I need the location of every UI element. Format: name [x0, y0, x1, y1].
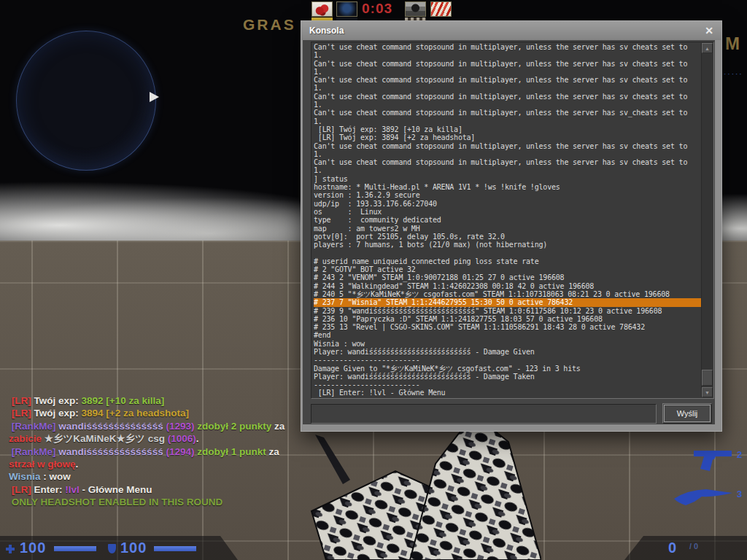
player-avatar	[405, 1, 426, 17]
console-line: players : 7 humans, 1 bots (21/0 max) (n…	[314, 241, 701, 249]
chat-line: [LR] Enter: !lvl - Główne Menu	[9, 483, 322, 496]
console-line: 1.	[314, 101, 701, 109]
console-line: ] status	[314, 175, 701, 183]
console-line: Damage Given to "*乡ツKaMiNeK*乡ツ csgofast.…	[314, 365, 701, 373]
health-value: 100	[20, 540, 46, 556]
console-line: # 237 7 "Wisnia" STEAM_1:1:244627955 15:…	[314, 298, 701, 306]
console-input[interactable]	[311, 404, 657, 424]
console-line: [LR] Twój exp: 3892 [+10 za killa]	[314, 125, 701, 133]
console-line: # 2 "GOTV" BOT active 32	[314, 265, 701, 273]
console-line: #end	[314, 331, 701, 339]
player-avatar	[311, 1, 333, 17]
armor-icon	[108, 544, 116, 553]
game-screen: GRAS M ····· 0:03 [LR] Twój exp: 3892 [+…	[0, 0, 747, 560]
console-line: -------------------------	[314, 381, 701, 389]
player-avatar	[430, 1, 452, 17]
console-line: Can't use cheat command stopsound in mul…	[314, 109, 701, 117]
chat-line: ONLY HEADSHOT ENABLED IN THIS ROUND	[9, 496, 322, 508]
pistol-slot-number: 2	[737, 449, 742, 460]
console-line: Wisnia : wow	[314, 340, 701, 348]
chat-block: [LR] Twój exp: 3892 [+10 za killa] [LR] …	[9, 394, 322, 509]
ammo-panel: 0	[624, 536, 747, 560]
console-line: 1.	[314, 117, 701, 125]
console-scrollbar[interactable]: ▲ ▼	[701, 43, 713, 397]
console-line: Can't use cheat command stopsound in mul…	[314, 43, 701, 51]
console-log-text: Can't use cheat command stopsound in mul…	[314, 43, 701, 397]
console-line: gotv[0]: port 25105, delay 105.0s, rate …	[314, 233, 701, 241]
console-window: Konsola ✕ Can't use cheat command stopso…	[301, 20, 722, 432]
console-title: Konsola	[309, 26, 344, 36]
console-line: os : Linux	[314, 208, 701, 216]
console-line: # 239 9 "wandiśśśśśśśśśśśśśśśśśśśśśśśś" …	[314, 307, 701, 315]
chat-line: [RankMe] wandiśśśśśśśśśśśśśś (1294) zdob…	[9, 446, 322, 458]
world-arrow-icon	[150, 92, 159, 102]
scroll-thumb[interactable]	[702, 370, 713, 386]
map-sign-right: M	[725, 34, 740, 54]
console-line: 1.	[314, 84, 701, 92]
health-bar	[54, 546, 96, 551]
console-line: Player: wandiśśśśśśśśśśśśśśśśśśśśśśśś - …	[314, 373, 701, 381]
console-line: -------------------------	[314, 356, 701, 364]
console-line: Can't use cheat command stopsound in mul…	[314, 93, 701, 101]
health-icon	[6, 545, 15, 553]
send-button[interactable]: Wyślij	[662, 403, 712, 424]
console-line: 1.	[314, 51, 701, 59]
ammo-reserve: / 0	[689, 542, 698, 551]
console-line: Can't use cheat command stopsound in mul…	[314, 76, 701, 84]
scroll-down-button[interactable]: ▼	[702, 387, 713, 397]
console-line: 1.	[314, 166, 701, 174]
console-line: # 244 3 "Walkingdead" STEAM_1:1:42602230…	[314, 282, 701, 290]
console-line: 1.	[314, 150, 701, 158]
chat-line: Wisnia : wow	[9, 470, 322, 483]
player-avatar	[336, 1, 357, 17]
round-timer: 0:03	[360, 1, 394, 17]
console-line: 1.	[314, 68, 701, 76]
pistol-slot-icon	[693, 448, 733, 472]
map-sign-left: GRAS	[243, 16, 296, 34]
chat-line: [LR] Twój exp: 3892 [+10 za killa]	[9, 394, 322, 407]
console-line: Can't use cheat command stopsound in mul…	[314, 60, 701, 68]
console-line: # 235 13 "Revel | CSGO-SKINS.COM" STEAM_…	[314, 323, 701, 331]
map-sign-dots: ·····	[724, 70, 743, 78]
console-line: version : 1.36.2.9 secure	[314, 191, 701, 199]
console-line	[314, 249, 701, 257]
console-line: # 240 5 "*乡ツKaMiNeK*乡ツ csgofast.com" STE…	[314, 290, 701, 298]
console-line: Can't use cheat command stopsound in mul…	[314, 142, 701, 150]
console-line: Can't use cheat command stopsound in mul…	[314, 158, 701, 166]
console-line: map : am_towers2_w_MH	[314, 225, 701, 233]
ammo-clip: 0	[668, 540, 677, 556]
console-line: # userid name uniqueid connected ping lo…	[314, 257, 701, 265]
chat-line: zabicie ★乡ツKaMiNeK★乡ツ csg (1006).	[9, 432, 322, 445]
console-line: Player: wandiśśśśśśśśśśśśśśśśśśśśśśśś - …	[314, 348, 701, 356]
console-titlebar[interactable]: Konsola ✕	[301, 21, 721, 40]
chat-line: [RankMe] wandiśśśśśśśśśśśśśś (1293) zdob…	[9, 420, 322, 432]
console-line: [LR] Twój exp: 3894 [+2 za headshota]	[314, 133, 701, 141]
scroll-up-button[interactable]: ▲	[702, 43, 713, 53]
close-icon[interactable]: ✕	[705, 26, 713, 36]
weapon-viewmodel	[286, 420, 541, 560]
chat-line: strzał w głowę.	[9, 458, 322, 470]
knife-slot-icon	[673, 487, 734, 508]
console-line: [LR] Enter: !lvl - Główne Menu	[314, 389, 701, 397]
console-line: type : community dedicated	[314, 216, 701, 224]
console-line: # 243 2 "VENOM" STEAM_1:0:90072188 01:25…	[314, 273, 701, 281]
console-log: Can't use cheat command stopsound in mul…	[311, 42, 714, 399]
health-armor-panel: 100 100	[0, 536, 238, 560]
console-line: # 236 10 "Papryczka :D" STEAM_1:1:241827…	[314, 315, 701, 323]
planet-sphere	[16, 31, 156, 171]
chat-line: [LR] Twój exp: 3894 [+2 za headshota]	[9, 407, 322, 419]
console-body: Can't use cheat command stopsound in mul…	[303, 40, 715, 424]
knife-slot-number: 3	[737, 489, 742, 499]
console-line: hostname: * Multi-Head.pl * ARENA 1V1 * …	[314, 183, 701, 191]
armor-bar	[154, 546, 196, 551]
console-line: udp/ip : 193.33.176.66:27040	[314, 200, 701, 208]
armor-value: 100	[120, 540, 147, 556]
